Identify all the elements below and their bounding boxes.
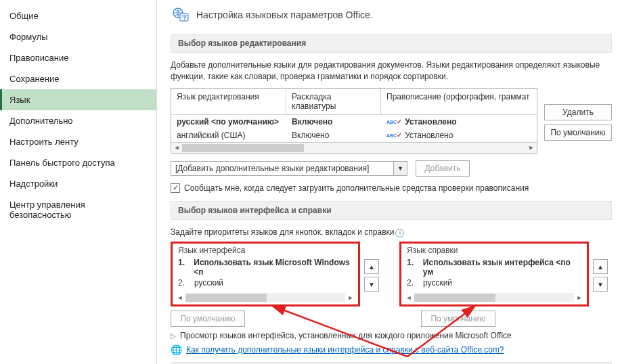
table-row[interactable]: русский <по умолчанию> Включено ABC✓ Уст… (171, 115, 537, 129)
table-row[interactable]: английский (США) Включено ABC✓ Установле… (171, 129, 537, 142)
sidebar-item-formulas[interactable]: Формулы (0, 26, 156, 47)
options-sidebar: Общие Формулы Правописание Сохранение Яз… (0, 0, 157, 364)
section-editing-languages: Выбор языков редактирования (171, 34, 612, 53)
list-item[interactable]: 2.русский (178, 277, 353, 288)
scroll-left-icon[interactable]: ◄ (171, 144, 182, 151)
col-language: Язык редактирования (171, 89, 286, 114)
sidebar-item-customize-ribbon[interactable]: Настроить ленту (0, 131, 156, 152)
page-title: Настройка языковых параметров Office. (196, 9, 373, 20)
globe-icon: 🌐 (171, 344, 182, 355)
combo-text: [Добавить дополнительные языки редактиро… (171, 164, 393, 173)
add-button[interactable]: Добавить (416, 160, 470, 177)
scroll-right-icon[interactable]: ► (345, 294, 356, 301)
help-default-button[interactable]: По умолчанию (421, 311, 495, 327)
move-down-button[interactable]: ▼ (364, 277, 379, 292)
info-icon[interactable]: i (395, 229, 404, 237)
editing-languages-table[interactable]: Язык редактирования Раскладка клавиатуры… (171, 88, 537, 154)
help-language-title: Язык справки (401, 244, 587, 257)
disclosure-icon[interactable]: ▷ (171, 332, 176, 340)
scroll-right-icon[interactable]: ► (526, 144, 537, 151)
ui-language-listbox[interactable]: Язык интерфейса 1.Использовать язык Micr… (171, 242, 360, 306)
scroll-right-icon[interactable]: ► (574, 294, 585, 301)
view-installed-languages-text: Просмотр языков интерфейса, установленны… (180, 331, 512, 340)
table-hscrollbar[interactable]: ◄ ► (171, 142, 537, 153)
move-up-button[interactable]: ▲ (593, 259, 608, 274)
move-down-button[interactable]: ▼ (593, 277, 608, 292)
move-up-button[interactable]: ▲ (364, 259, 379, 274)
sidebar-item-addins[interactable]: Надстройки (0, 173, 156, 194)
proofing-abc-icon: ABC✓ (386, 133, 402, 138)
cell-proof: ABC✓ Установлено (381, 115, 537, 129)
sidebar-item-save[interactable]: Сохранение (0, 68, 156, 89)
delete-button[interactable]: Удалить (544, 104, 612, 120)
language-globe-icon: 字 (171, 5, 190, 24)
col-proofing: Правописание (орфография, граммат (381, 89, 537, 114)
sidebar-item-proofing[interactable]: Правописание (0, 47, 156, 68)
list-item[interactable]: 1.Использовать язык интерфейса <по ум (407, 257, 581, 277)
display-languages-desc: Задайте приоритеты языков для кнопок, вк… (171, 227, 394, 237)
listbox-hscrollbar[interactable]: ◄ ► (403, 292, 585, 303)
cell-proof: ABC✓ Установлено (381, 129, 537, 142)
set-default-button[interactable]: По умолчанию (544, 124, 612, 141)
get-more-languages-link[interactable]: Как получить дополнительные языки интерф… (186, 345, 504, 355)
sidebar-item-trust-center[interactable]: Центр управления безопасностью (0, 194, 156, 225)
cell-kb: Включено (286, 129, 381, 142)
notify-download-checkbox[interactable]: ✓ (171, 183, 180, 193)
main-panel: 字 Настройка языковых параметров Office. … (157, 0, 620, 364)
cell-lang: английский (США) (171, 129, 286, 142)
proofing-abc-icon: ABC✓ (386, 119, 402, 124)
sidebar-item-advanced[interactable]: Дополнительно (0, 110, 156, 131)
ui-default-button[interactable]: По умолчанию (171, 311, 245, 327)
add-language-combo[interactable]: [Добавить дополнительные языки редактиро… (171, 161, 407, 176)
scroll-left-icon[interactable]: ◄ (175, 294, 185, 301)
cell-kb: Включено (286, 115, 381, 129)
list-item[interactable]: 1.Использовать язык Microsoft Windows <п (178, 257, 353, 277)
section-display-languages: Выбор языков интерфейса и справки (171, 201, 612, 220)
col-keyboard: Раскладка клавиатуры (286, 89, 381, 114)
scroll-left-icon[interactable]: ◄ (403, 294, 414, 301)
svg-text:字: 字 (181, 14, 187, 21)
cell-lang: русский <по умолчанию> (171, 115, 286, 129)
sidebar-item-general[interactable]: Общие (0, 5, 156, 26)
list-item[interactable]: 2.русский (407, 277, 581, 288)
editing-languages-desc: Добавьте дополнительные языки для редакт… (171, 60, 612, 83)
listbox-hscrollbar[interactable]: ◄ ► (175, 292, 356, 303)
ui-language-title: Язык интерфейса (173, 244, 358, 257)
chevron-down-icon[interactable]: ▼ (393, 162, 407, 175)
sidebar-item-quick-access[interactable]: Панель быстрого доступа (0, 152, 156, 173)
sidebar-item-language[interactable]: Язык (0, 89, 156, 110)
notify-download-label: Сообщать мне, когда следует загрузить до… (184, 183, 529, 193)
help-language-listbox[interactable]: Язык справки 1.Использовать язык интерфе… (399, 242, 589, 306)
